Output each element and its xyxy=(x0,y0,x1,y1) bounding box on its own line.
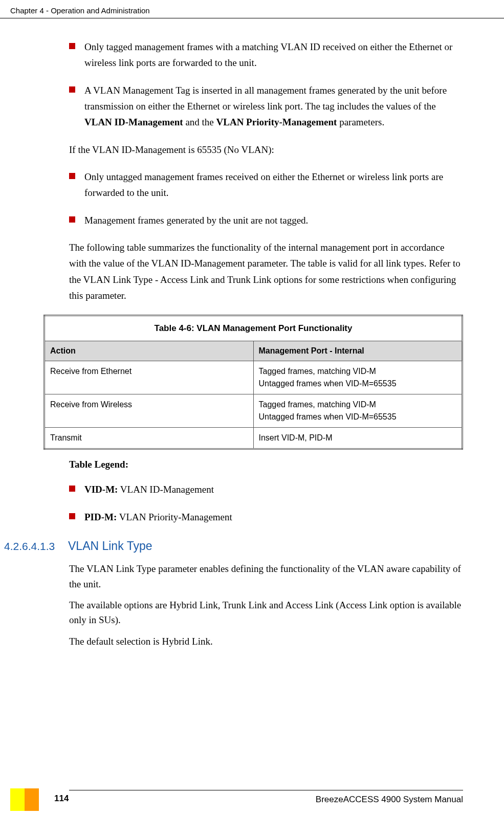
column-header-port: Management Port - Internal xyxy=(253,341,463,361)
paragraph: The VLAN Link Type parameter enables def… xyxy=(69,561,463,591)
bullet-item: VID-M: VLAN ID-Management xyxy=(69,481,463,497)
paragraph: If the VLAN ID-Management is 65535 (No V… xyxy=(69,142,463,158)
bullet-item: PID-M: VLAN Priority-Management xyxy=(69,509,463,525)
table-caption: Table 4-6: VLAN Management Port Function… xyxy=(45,316,463,341)
section-number: 4.2.6.4.1.3 xyxy=(4,540,68,553)
page-number: 114 xyxy=(54,794,69,806)
square-bullet-icon xyxy=(69,216,75,223)
bullet-text: Only untagged management frames received… xyxy=(84,169,463,201)
table-container: Table 4-6: VLAN Management Port Function… xyxy=(43,315,463,450)
cell-action: Transmit xyxy=(45,428,254,449)
bullet-item: Only untagged management frames received… xyxy=(69,169,463,201)
bullet-text: VID-M: VLAN ID-Management xyxy=(84,481,463,497)
bullet-item: Only tagged management frames with a mat… xyxy=(69,39,463,71)
cell-port: Tagged frames, matching VID-M Untagged f… xyxy=(253,394,463,428)
page-number-strip: 114 xyxy=(10,788,69,811)
cell-port: Tagged frames, matching VID-M Untagged f… xyxy=(253,361,463,394)
vlan-management-table: Table 4-6: VLAN Management Port Function… xyxy=(43,315,463,450)
square-bullet-icon xyxy=(69,43,75,49)
square-bullet-icon xyxy=(69,486,75,492)
column-header-action: Action xyxy=(45,341,254,361)
chapter-title: Chapter 4 - Operation and Administration xyxy=(10,6,150,15)
bullet-text: Only tagged management frames with a mat… xyxy=(84,39,463,71)
cell-port: Insert VID-M, PID-M xyxy=(253,428,463,449)
paragraph: The available options are Hybrid Link, T… xyxy=(69,598,463,628)
square-bullet-icon xyxy=(69,173,75,179)
page-content: Only tagged management frames with a mat… xyxy=(0,18,504,665)
table-row: Transmit Insert VID-M, PID-M xyxy=(45,428,463,449)
section-heading: 4.2.6.4.1.3 VLAN Link Type xyxy=(0,539,463,553)
legend-title: Table Legend: xyxy=(69,459,463,470)
bullet-text: A VLAN Management Tag is inserted in all… xyxy=(84,82,463,130)
table-row: Receive from Wireless Tagged frames, mat… xyxy=(45,394,463,428)
bullet-item: A VLAN Management Tag is inserted in all… xyxy=(69,82,463,130)
section-title: VLAN Link Type xyxy=(68,539,152,553)
square-bullet-icon xyxy=(69,513,75,519)
bullet-item: Management frames generated by the unit … xyxy=(69,212,463,228)
page-header: Chapter 4 - Operation and Administration xyxy=(0,0,504,18)
paragraph: The following table summarizes the funct… xyxy=(69,239,463,303)
table-row: Receive from Ethernet Tagged frames, mat… xyxy=(45,361,463,394)
page-footer: BreezeACCESS 4900 System Manual xyxy=(0,790,504,805)
cell-action: Receive from Wireless xyxy=(45,394,254,428)
bullet-text: PID-M: VLAN Priority-Management xyxy=(84,509,463,525)
cell-action: Receive from Ethernet xyxy=(45,361,254,394)
footer-manual-name: BreezeACCESS 4900 System Manual xyxy=(0,790,504,805)
paragraph: The default selection is Hybrid Link. xyxy=(69,634,463,649)
bullet-text: Management frames generated by the unit … xyxy=(84,212,463,228)
yellow-strip-icon xyxy=(10,788,25,811)
square-bullet-icon xyxy=(69,86,75,93)
orange-strip-icon xyxy=(25,788,39,811)
